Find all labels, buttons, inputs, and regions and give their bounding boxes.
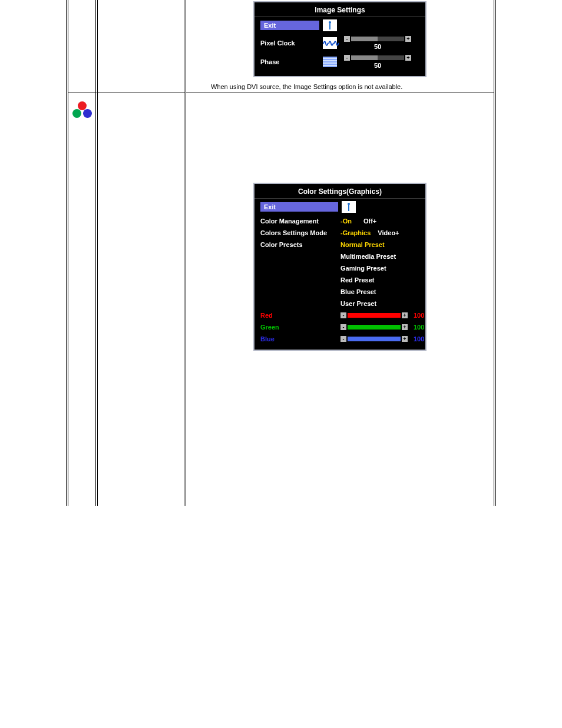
color-settings-icon	[72, 101, 92, 119]
cell-icon-color	[68, 93, 98, 506]
minus-button: -	[340, 336, 346, 342]
osd-color-title: Color Settings(Graphics)	[254, 186, 425, 199]
cell-desc-color: Color Settings(Graphics) Exit Color Mana…	[186, 93, 494, 506]
green-slider[interactable]: - +	[340, 324, 408, 330]
plus-button: +	[402, 312, 408, 318]
exit-button[interactable]: Exit	[260, 21, 319, 30]
mode-graphics[interactable]: -Graphics	[340, 229, 371, 236]
exit-person-icon	[342, 201, 356, 213]
cell-icon-image	[68, 0, 98, 93]
pixel-clock-slider[interactable]: - +	[344, 36, 411, 42]
color-management-on[interactable]: -On	[340, 218, 352, 225]
red-value: 100	[414, 312, 424, 319]
cell-name-color	[98, 93, 186, 506]
color-management-off[interactable]: Off+	[363, 218, 376, 225]
pixel-clock-value: 50	[374, 43, 381, 50]
preset-multimedia[interactable]: Multimedia Preset	[340, 253, 419, 260]
preset-user[interactable]: User Preset	[340, 300, 419, 307]
plus-button[interactable]: +	[405, 36, 411, 42]
osd-exit-row[interactable]: Exit	[254, 199, 425, 215]
osd-color-settings: Color Settings(Graphics) Exit Color Mana…	[253, 183, 427, 351]
preset-blue[interactable]: Blue Preset	[340, 288, 419, 295]
osd-image-title: Image Settings	[254, 5, 425, 17]
spec-table: Image Settings Exit Pixel Clock ∿∿∿	[66, 0, 496, 506]
blue-value: 100	[414, 335, 424, 342]
green-label: Green	[260, 324, 337, 331]
red-row[interactable]: Red - + 100	[254, 309, 425, 321]
osd-exit-row[interactable]: Exit	[254, 17, 425, 34]
phase-label: Phase	[260, 58, 319, 65]
minus-button[interactable]: -	[344, 36, 350, 42]
green-row[interactable]: Green - + 100	[254, 321, 425, 333]
row-color-settings: Color Settings(Graphics) Exit Color Mana…	[66, 93, 496, 506]
color-mode-row[interactable]: Colors Settings Mode -Graphics Video+	[254, 227, 425, 239]
preset-red[interactable]: Red Preset	[340, 276, 419, 284]
minus-button: -	[340, 312, 346, 318]
phase-value: 50	[374, 62, 381, 69]
minus-button[interactable]: -	[344, 55, 350, 61]
red-slider[interactable]: - +	[340, 312, 408, 318]
cell-name-image	[98, 0, 186, 93]
color-management-row[interactable]: Color Management -On Off+	[254, 215, 425, 227]
phase-slider[interactable]: - +	[344, 55, 411, 61]
pixel-clock-label: Pixel Clock	[260, 39, 319, 47]
osd-pixel-clock-row[interactable]: Pixel Clock ∿∿∿ - + 50	[254, 34, 425, 52]
color-mode-label: Colors Settings Mode	[260, 229, 337, 236]
blue-row[interactable]: Blue - + 100	[254, 333, 425, 345]
cell-desc-image: Image Settings Exit Pixel Clock ∿∿∿	[186, 0, 494, 93]
mode-video[interactable]: Video+	[378, 229, 399, 236]
plus-button: +	[402, 336, 408, 342]
blue-label: Blue	[260, 335, 337, 342]
dvi-note: When using DVI source, the Image Setting…	[186, 81, 494, 93]
color-presets-row[interactable]: Color Presets Normal Preset Multimedia P…	[254, 239, 425, 309]
color-presets-label: Color Presets	[260, 241, 337, 248]
blue-slider[interactable]: - +	[340, 336, 408, 342]
preset-normal[interactable]: Normal Preset	[340, 241, 419, 248]
pixel-clock-icon: ∿∿∿	[323, 37, 337, 49]
green-value: 100	[414, 324, 424, 331]
row-image-settings: Image Settings Exit Pixel Clock ∿∿∿	[66, 0, 496, 93]
preset-gaming[interactable]: Gaming Preset	[340, 265, 419, 272]
minus-button: -	[340, 324, 346, 330]
exit-person-icon	[323, 19, 337, 31]
osd-phase-row[interactable]: Phase - + 50	[254, 52, 425, 71]
exit-button[interactable]: Exit	[260, 202, 338, 212]
plus-button[interactable]: +	[405, 55, 411, 61]
plus-button: +	[402, 324, 408, 330]
phase-icon	[323, 56, 337, 68]
page: Image Settings Exit Pixel Clock ∿∿∿	[0, 0, 562, 506]
red-label: Red	[260, 312, 337, 319]
osd-image-settings: Image Settings Exit Pixel Clock ∿∿∿	[253, 1, 427, 77]
color-management-label: Color Management	[260, 218, 337, 225]
